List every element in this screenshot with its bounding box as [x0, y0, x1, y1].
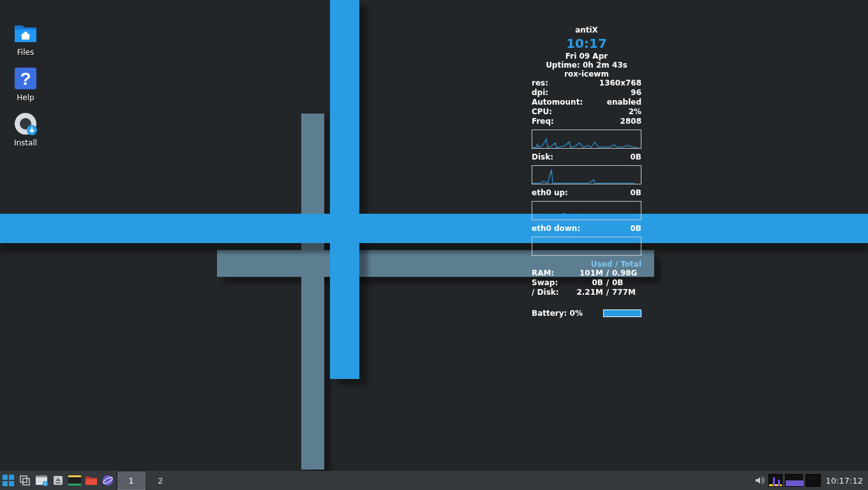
conky-mem-ram: RAM:101M/0.98G [532, 269, 641, 278]
desktop-icon-label: Files [6, 48, 45, 57]
folder-icon [85, 475, 98, 486]
svg-rect-9 [20, 476, 27, 482]
svg-text:?: ? [20, 69, 31, 89]
launcher-terminal-button[interactable] [66, 471, 83, 490]
conky-date: Fri 09 Apr [532, 52, 641, 61]
file-manager-icon [35, 475, 48, 486]
taskbar-clock[interactable]: 10:17:12 [822, 476, 868, 486]
net-applet[interactable] [805, 474, 821, 487]
conky-uptime: Uptime: 0h 2m 43s [532, 61, 641, 70]
conky-clock: 10:17 [532, 36, 641, 51]
conky-row-cpu: CPU:2% [532, 107, 641, 117]
conky-row-eth0-up: eth0 up:0B [532, 188, 641, 198]
terminal-icon [68, 475, 81, 486]
svg-rect-8 [9, 481, 14, 486]
launcher-editor-button[interactable] [83, 471, 100, 490]
svg-rect-5 [3, 475, 8, 480]
desktop-icons: Files ? Help Install [6, 20, 45, 156]
conky-monitor: antiX 10:17 Fri 09 Apr Uptime: 0h 2m 43s… [532, 26, 641, 318]
battery-bar-icon [603, 309, 641, 317]
desktop-icon-files[interactable]: Files [6, 20, 45, 57]
conky-mem-swap: Swap:0B/0B [532, 278, 641, 288]
wallpaper [0, 0, 868, 490]
launcher-files-button[interactable] [33, 471, 50, 490]
volume-button[interactable] [752, 471, 767, 490]
svg-rect-6 [9, 475, 14, 480]
system-tray: 10:17:12 [752, 471, 868, 490]
conky-mem-disk: / Disk:2.21M/777M [532, 288, 641, 297]
conky-usedtotal-header: Used / Total [532, 260, 641, 269]
conky-row-res: res:868x490 [532, 78, 641, 88]
conky-title: antiX [532, 26, 641, 34]
conky-eth0-down-graph [532, 237, 641, 256]
conky-row-freq: Freq:2808 [532, 117, 641, 126]
conky-cpu-graph [532, 130, 641, 149]
taskbar: 1 2 10:17:12 [0, 471, 868, 490]
launcher-eject-button[interactable] [50, 471, 66, 490]
folder-home-icon [13, 20, 38, 46]
windows-cascade-icon [19, 475, 31, 486]
desktop-icon-help[interactable]: ? Help [6, 66, 45, 103]
svg-rect-17 [68, 484, 81, 486]
desktop-icon-label: Install [6, 139, 45, 148]
svg-rect-10 [23, 479, 29, 485]
help-icon: ? [13, 66, 38, 91]
eject-icon [52, 475, 64, 486]
antix-menu-icon [2, 474, 15, 487]
svg-rect-12 [36, 475, 47, 477]
launcher-browser-button[interactable] [100, 471, 116, 490]
svg-rect-16 [68, 475, 81, 477]
desktop-icon-label: Help [6, 94, 45, 103]
conky-battery: Battery: 0% [532, 309, 641, 318]
conky-session: rox-icewm [532, 70, 641, 78]
browser-icon [102, 475, 114, 486]
start-menu-button[interactable] [0, 471, 17, 490]
conky-row-dpi: dpi:96 [532, 88, 641, 98]
workspace-1-button[interactable]: 1 [116, 471, 146, 490]
install-icon [13, 111, 38, 137]
workspace-2-button[interactable]: 2 [146, 471, 175, 490]
cpu-applet[interactable] [768, 474, 782, 487]
conky-eth0-up-graph [532, 201, 641, 220]
conky-disk-graph [532, 165, 641, 184]
conky-row-disk: Disk:0B [532, 152, 641, 162]
volume-icon [754, 475, 765, 486]
desktop-icon-install[interactable]: Install [6, 111, 45, 148]
mem-applet[interactable] [785, 474, 803, 487]
conky-row-automount: Automount:enabled [532, 98, 641, 107]
svg-rect-7 [3, 481, 8, 486]
show-desktop-button[interactable] [17, 471, 33, 490]
conky-row-eth0-down: eth0 down:0B [532, 224, 641, 234]
